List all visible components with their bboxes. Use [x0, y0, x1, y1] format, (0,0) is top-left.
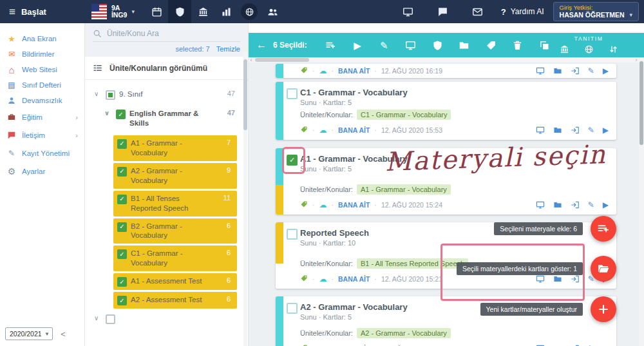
edit-card-button[interactable]: ✎ [588, 126, 594, 134]
protect-button[interactable] [431, 36, 444, 54]
open-card-button[interactable] [571, 66, 580, 75]
checkbox-checked[interactable]: ✓ [117, 222, 127, 232]
calendar-button[interactable] [145, 0, 168, 23]
card-checkbox[interactable] [287, 88, 298, 99]
tree-node-c1-grammar[interactable]: ✓ C1 - Grammar - Vocabulary 6 [113, 245, 237, 271]
checkbox-checked[interactable]: ✓ [117, 195, 127, 204]
edit-card-button[interactable]: ✎ [588, 67, 594, 75]
present-card-button[interactable] [536, 274, 545, 284]
tree-node-english-grammar[interactable]: ∨ ✓ English Grammar & Skills 47 [89, 106, 242, 131]
sidebar-item-web-sitesi[interactable]: ⌂ Web Sitesi [0, 62, 84, 77]
messages-button[interactable] [431, 0, 455, 23]
tree-node-a1-assessment[interactable]: ✓ A1 - Assessment Test 6 [113, 273, 237, 290]
statistics-button[interactable] [214, 0, 238, 23]
institution-share-button[interactable] [558, 43, 571, 55]
tree-node-b2-grammar[interactable]: ✓ B2 - Grammar - Vocabulary 6 [113, 218, 237, 244]
checkbox-checked[interactable]: ✓ [117, 167, 127, 177]
topic-chip[interactable]: C1 - Grammar - Vocabulary [357, 110, 451, 120]
checkbox-checked[interactable]: ✓ [117, 139, 127, 149]
add-to-list-button[interactable] [324, 36, 337, 54]
sidebar-item-ana-ekran[interactable]: ★ Ana Ekran [0, 31, 84, 46]
tree-scrollbar-thumb[interactable] [243, 59, 247, 130]
back-button[interactable]: ← [256, 39, 267, 51]
tree-node-a2-assessment[interactable]: ✓ A2 - Assessment Test 6 [113, 292, 237, 309]
material-card-a1[interactable]: ✓ A1 - Grammar - Vocabulary Sunu · Kartl… [276, 148, 616, 215]
tree-node-9-sinif[interactable]: ∨ 9. Sınıf 47 [89, 86, 242, 103]
help-button[interactable]: ? Yardım AI [501, 7, 544, 17]
edit-button[interactable]: ✎ [377, 36, 391, 54]
tree-scrollbar[interactable] [243, 52, 247, 346]
fab-create-new-material[interactable] [591, 296, 616, 322]
present-card-button[interactable] [536, 66, 545, 75]
sidebar-item-devamsizlik[interactable]: Devamsızlık [0, 93, 84, 108]
material-card-c1[interactable]: C1 - Grammar - Vocabulary Sunu · Kartlar… [276, 82, 616, 140]
topic-chip[interactable]: A1 - Grammar - Vocabulary [357, 184, 451, 195]
duplicate-button[interactable] [538, 36, 551, 54]
class-selector[interactable]: 9A İNG9 ▾ [91, 4, 135, 19]
present-card-button[interactable] [536, 126, 545, 135]
sidebar-item-sinif-defteri[interactable]: ▤ Sınıf Defteri [0, 77, 84, 93]
horizontal-scrollbar-thumb[interactable] [255, 58, 309, 62]
fab-add-selected-to-material[interactable] [591, 216, 616, 242]
institution-button[interactable] [191, 0, 214, 23]
present-card-button[interactable] [536, 200, 545, 209]
clear-selection-link[interactable]: Temizle [216, 45, 240, 53]
login-role-selector[interactable]: Giriş Yetkisi: HASAN ÖĞRETMEN ▾ [553, 2, 639, 21]
card-checkbox[interactable] [287, 229, 298, 240]
sidebar-item-kayit-yonetimi[interactable]: ✎ Kayıt Yönetimi [0, 144, 84, 162]
play-card-button[interactable]: ▶ [603, 67, 609, 75]
unit-search-input[interactable] [107, 29, 216, 38]
checkbox-unchecked[interactable] [106, 314, 115, 324]
screen-share-button[interactable] [397, 0, 420, 23]
sidebar-item-bildirimler[interactable]: ✉ Bildirimler [0, 46, 84, 62]
start-menu-button[interactable]: ≡ Başlat [0, 6, 55, 17]
sidebar-item-egitim[interactable]: Eğitim › [0, 108, 84, 126]
sidebar-collapse-button[interactable]: < [58, 328, 68, 340]
scroll-right-icon[interactable]: › [634, 57, 639, 63]
play-card-button[interactable]: ▶ [603, 126, 609, 134]
tree-node-a1-grammar[interactable]: ✓ A1 - Grammar - Vocabulary 7 [113, 135, 237, 161]
material-card-a2[interactable]: A2 - Grammar - Vocabulary Sunu · Kartlar… [276, 296, 616, 346]
edit-card-button[interactable]: ✎ [588, 201, 594, 209]
checkbox-checked[interactable]: ✓ [116, 110, 126, 119]
tree-node-b1-all-tenses[interactable]: ✓ B1 - All Tenses Reported Speech 11 [113, 191, 237, 216]
scroll-left-icon[interactable]: ‹ [249, 57, 254, 63]
tree-node-a2-grammar[interactable]: ✓ A2 - Grammar - Vocabulary 9 [113, 163, 237, 189]
checkbox-checked[interactable]: ✓ [117, 277, 127, 287]
tree-node-partial[interactable]: ∨ [89, 311, 242, 327]
shield-module-button[interactable] [168, 0, 191, 23]
checkbox-checked[interactable]: ✓ [117, 249, 127, 259]
school-year-select[interactable]: 2020/2021 ▾ [5, 327, 53, 340]
material-card-partial[interactable]: · ☁ · BANA AİT · 12. AĞU 2020 16:19 ✎ ▶ [276, 64, 616, 78]
folder-card-button[interactable] [553, 200, 562, 209]
move-to-folder-button[interactable] [457, 36, 471, 54]
checkbox-checked[interactable]: ✓ [117, 296, 127, 305]
open-card-button[interactable] [571, 274, 580, 284]
sidebar-item-iletisim[interactable]: İletişim › [0, 126, 84, 144]
sort-button[interactable] [607, 43, 620, 55]
open-card-button[interactable] [571, 126, 580, 135]
delete-button[interactable] [511, 36, 524, 54]
checkbox-indeterminate[interactable] [106, 90, 115, 100]
material-card-reported-speech[interactable]: Reported Speech Sunu · Kartlar: 10 Ünite… [276, 222, 616, 289]
tag-button[interactable] [484, 36, 498, 54]
open-card-button[interactable] [571, 200, 580, 209]
fab-show-selected-cards[interactable] [591, 256, 616, 282]
web-button[interactable] [238, 0, 261, 23]
main-scrollbar-thumb[interactable] [639, 61, 643, 145]
topic-chip[interactable]: A2 - Grammar - Vocabulary [357, 328, 451, 338]
play-card-button[interactable]: ▶ [603, 201, 609, 209]
public-share-button[interactable] [582, 43, 595, 55]
main-scrollbar[interactable] [639, 57, 644, 346]
folder-card-button[interactable] [553, 126, 562, 135]
present-button[interactable] [404, 36, 417, 54]
sidebar-item-ayarlar[interactable]: ⚙ Ayarlar [0, 162, 84, 180]
folder-card-button[interactable] [553, 274, 562, 284]
card-checkbox[interactable] [287, 303, 298, 314]
play-button[interactable]: ▶ [350, 36, 364, 54]
horizontal-scrollbar[interactable]: ‹ › [249, 57, 639, 62]
card-checkbox-checked[interactable]: ✓ [287, 155, 298, 166]
mailbox-button[interactable] [466, 0, 489, 23]
guidance-button[interactable] [261, 0, 284, 23]
folder-card-button[interactable] [553, 66, 562, 75]
